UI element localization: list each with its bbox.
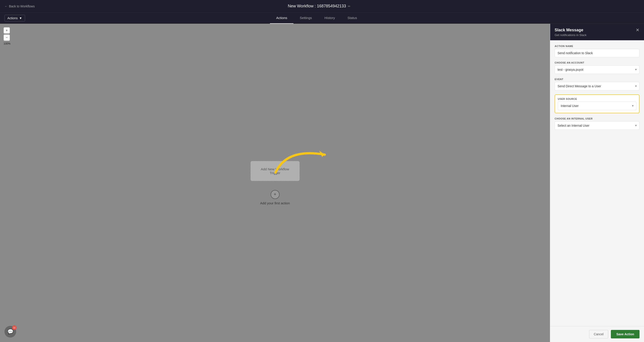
user-source-label: USER SOURCE <box>558 98 636 100</box>
side-panel: Slack Message Get notifications in Slack… <box>550 24 644 342</box>
chat-badge: 32 <box>12 326 16 330</box>
event-label: EVENT <box>554 78 640 81</box>
canvas-nodes: Add New Workflow Trigger + Add your firs… <box>250 161 300 205</box>
tab-status[interactable]: Status <box>341 12 363 24</box>
event-select-wrapper: Send Direct Message to a User ▼ <box>554 82 640 90</box>
account-select-wrapper: test - grasya.puyot ▼ <box>554 65 640 74</box>
internal-user-select[interactable]: Select an Internal User <box>554 121 640 130</box>
user-source-select[interactable]: Internal User <box>558 102 636 110</box>
svg-marker-0 <box>319 151 325 157</box>
internal-user-select-wrapper: Select an Internal User ▼ <box>554 121 640 130</box>
zoom-level: 100% <box>4 42 10 45</box>
account-label: CHOOSE AN ACCOUNT <box>554 61 640 64</box>
main-tabs: Actions Settings History Status <box>30 12 604 24</box>
user-source-field-group-highlighted: USER SOURCE Internal User ▼ <box>554 94 640 113</box>
internal-user-field-group: CHOOSE AN INTERNAL USER Select an Intern… <box>554 117 640 130</box>
trigger-box-label: Add New Workflow Trigger <box>261 167 289 175</box>
tab-actions[interactable]: Actions <box>270 12 294 24</box>
page-title: New Workflow : 1687854942133 ✏ <box>35 4 604 8</box>
internal-user-label: CHOOSE AN INTERNAL USER <box>554 117 640 120</box>
top-navbar: ← Back to Workflows New Workflow : 16878… <box>0 0 644 12</box>
back-label: Back to Workflows <box>9 4 35 8</box>
action-name-input[interactable] <box>554 49 640 57</box>
trigger-box[interactable]: Add New Workflow Trigger <box>250 161 300 181</box>
panel-title: Slack Message <box>554 28 586 32</box>
zoom-out-button[interactable]: − <box>4 34 10 41</box>
zoom-in-button[interactable]: + <box>4 27 10 33</box>
back-to-workflows-button[interactable]: ← Back to Workflows <box>4 4 35 8</box>
close-panel-button[interactable]: ✕ <box>636 28 640 32</box>
panel-title-group: Slack Message Get notifications in Slack <box>554 28 586 37</box>
edit-title-icon[interactable]: ✏ <box>348 4 350 8</box>
panel-header: Slack Message Get notifications in Slack… <box>550 24 644 40</box>
connector-line <box>275 181 275 190</box>
account-select[interactable]: test - grasya.puyot <box>554 65 640 74</box>
add-action-label: Add your first action <box>260 201 290 205</box>
zoom-controls: + − 100% <box>4 27 10 45</box>
back-arrow-icon: ← <box>4 4 8 8</box>
save-action-button[interactable]: Save Action <box>611 330 640 339</box>
chevron-down-icon: ▼ <box>19 16 22 20</box>
panel-body: ACTION NAME CHOOSE AN ACCOUNT test - gra… <box>550 40 644 326</box>
main-content: + − 100% Add New Workflow Trigger + Add … <box>0 24 644 342</box>
tabs-bar: Actions ▼ Actions Settings History Statu… <box>0 12 644 24</box>
chat-icon: 💬 <box>8 329 14 335</box>
event-field-group: EVENT Send Direct Message to a User ▼ <box>554 78 640 90</box>
panel-subtitle: Get notifications in Slack <box>554 33 586 37</box>
actions-dropdown-button[interactable]: Actions ▼ <box>4 15 25 21</box>
workflow-canvas: + − 100% Add New Workflow Trigger + Add … <box>0 24 550 342</box>
panel-footer: Cancel Save Action <box>550 326 644 342</box>
plus-icon: + <box>274 192 276 197</box>
account-field-group: CHOOSE AN ACCOUNT test - grasya.puyot ▼ <box>554 61 640 74</box>
user-source-select-wrapper: Internal User ▼ <box>558 102 636 110</box>
actions-dropdown-label: Actions <box>8 16 18 20</box>
action-name-field-group: ACTION NAME <box>554 45 640 57</box>
tab-history[interactable]: History <box>318 12 341 24</box>
add-action-circle-button[interactable]: + <box>270 190 280 199</box>
cancel-button[interactable]: Cancel <box>589 330 608 339</box>
action-name-label: ACTION NAME <box>554 45 640 47</box>
event-select[interactable]: Send Direct Message to a User <box>554 82 640 90</box>
tab-settings[interactable]: Settings <box>294 12 318 24</box>
chat-bubble-button[interactable]: 💬 32 <box>4 326 16 338</box>
